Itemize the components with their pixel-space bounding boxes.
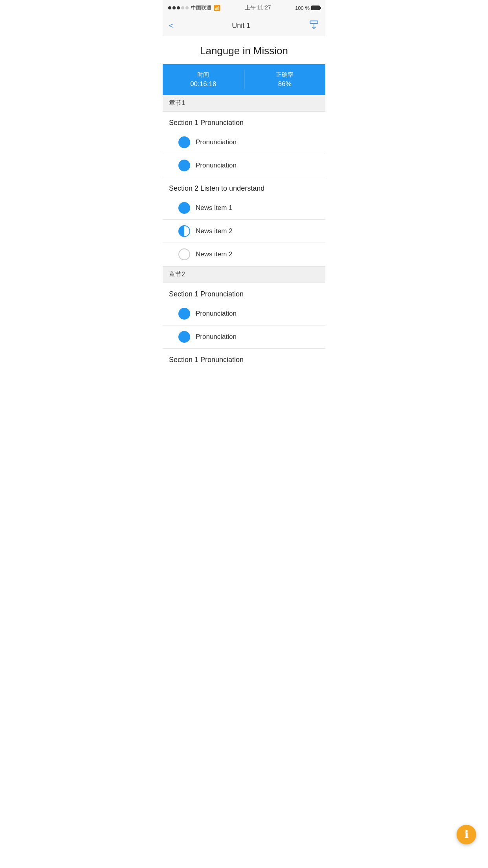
item-label: News item 1 — [196, 204, 233, 212]
battery-icon — [311, 6, 320, 10]
time-stat: 时间 00:16:18 — [163, 71, 244, 88]
circle-icon-empty — [178, 248, 190, 260]
list-item-ch1-sec1-item2[interactable]: Pronunciation — [163, 154, 325, 177]
circle-icon-full — [178, 202, 190, 214]
section-title-ch2-sec1: Section 1 Pronunciation — [163, 283, 325, 302]
item-label: News item 2 — [196, 250, 233, 258]
section-title-ch1-sec1: Section 1 Pronunciation — [163, 112, 325, 131]
circle-icon-full — [178, 331, 190, 343]
signal-dots — [168, 6, 189, 9]
section-title-ch2-sec2: Section 1 Pronunciation — [163, 349, 325, 368]
svg-rect-1 — [310, 21, 318, 24]
stats-bar: 时间 00:16:18 正确率 86% — [163, 64, 325, 95]
carrier-label: 中国联通 — [191, 4, 211, 11]
circle-icon-full — [178, 160, 190, 171]
signal-dot-4 — [181, 6, 184, 9]
circle-icon-full — [178, 136, 190, 148]
list-item-ch2-sec1-item2[interactable]: Pronunciation — [163, 326, 325, 349]
list-item-ch1-sec2-item2[interactable]: News item 2 — [163, 220, 325, 243]
circle-icon-half — [178, 225, 190, 237]
signal-dot-3 — [177, 6, 180, 9]
chapter-header-1: 章节1 — [163, 95, 325, 112]
list-item-ch1-sec2-item3[interactable]: News item 2 — [163, 243, 325, 266]
signal-dot-5 — [185, 6, 189, 9]
status-left: 中国联通 📶 — [168, 4, 220, 11]
rate-stat: 正确率 86% — [244, 71, 326, 88]
wifi-icon: 📶 — [214, 5, 220, 11]
signal-dot-1 — [168, 6, 171, 9]
signal-dot-2 — [172, 6, 176, 9]
time-label: 时间 — [163, 71, 244, 79]
item-label: News item 2 — [196, 227, 233, 235]
status-right: 100 % — [295, 5, 320, 11]
item-label: Pronunciation — [196, 138, 237, 146]
rate-value: 86% — [244, 80, 326, 88]
nav-bar: < Unit 1 — [163, 16, 325, 36]
list-item-ch1-sec2-item1[interactable]: News item 1 — [163, 197, 325, 220]
rate-label: 正确率 — [244, 71, 326, 79]
list-item-ch2-sec1-item1[interactable]: Pronunciation — [163, 302, 325, 326]
download-icon — [309, 20, 319, 30]
page-title: Languge in Mission — [163, 36, 325, 64]
chapter-header-2: 章节2 — [163, 266, 325, 283]
item-label: Pronunciation — [196, 333, 237, 341]
download-button[interactable] — [309, 20, 319, 32]
item-label: Pronunciation — [196, 310, 237, 318]
list-item-ch1-sec1-item1[interactable]: Pronunciation — [163, 131, 325, 154]
status-bar: 中国联通 📶 上午 11:27 100 % — [163, 0, 325, 16]
time-value: 00:16:18 — [163, 80, 244, 88]
item-label: Pronunciation — [196, 162, 237, 169]
battery-label: 100 % — [295, 5, 310, 11]
content-area: 章节1Section 1 PronunciationPronunciationP… — [163, 95, 325, 368]
section-title-ch1-sec2: Section 2 Listen to understand — [163, 177, 325, 197]
nav-title: Unit 1 — [232, 22, 250, 30]
circle-icon-full — [178, 308, 190, 320]
back-button[interactable]: < — [169, 21, 174, 30]
status-time: 上午 11:27 — [245, 4, 271, 11]
